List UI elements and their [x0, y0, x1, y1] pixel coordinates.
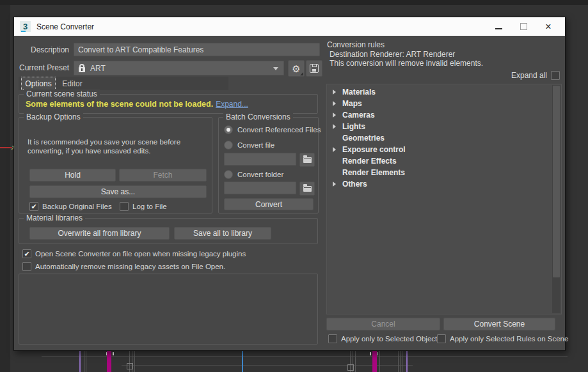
- preset-dropdown[interactable]: ART: [74, 61, 284, 75]
- radio-convert-folder[interactable]: Convert folder: [224, 170, 283, 179]
- tree-item-render-effects[interactable]: Render Effects: [327, 155, 561, 167]
- auto-remove-legacy-checkbox[interactable]: ✔ Automatically remove missing legacy as…: [22, 262, 225, 271]
- app-logo-icon: 3: [20, 21, 31, 32]
- conversion-note-text: This conversion will remove invalid elem…: [330, 59, 483, 68]
- titlebar[interactable]: 3 Scene Converter ×: [14, 17, 565, 36]
- description-input[interactable]: [74, 43, 320, 56]
- material-libraries-group: Material libraries Overwrite all from li…: [19, 218, 318, 244]
- backup-options-group: Backup Options It is recommended you sav…: [19, 117, 212, 213]
- checkbox[interactable]: ✔: [22, 249, 31, 258]
- scrollbar-thumb[interactable]: [553, 86, 560, 277]
- expand-all-checkbox[interactable]: ✔: [551, 71, 560, 80]
- convert-file-input[interactable]: [224, 153, 296, 166]
- hold-button[interactable]: Hold: [29, 169, 116, 182]
- track-curve-magenta: [372, 351, 377, 372]
- track-tick: [113, 352, 114, 355]
- radio-convert-file[interactable]: Convert file: [224, 141, 274, 150]
- expand-all-control[interactable]: Expand all ✔: [511, 71, 560, 80]
- log-to-file-checkbox[interactable]: ✔ Log to File: [120, 202, 167, 211]
- gear-icon: ⚙: [292, 64, 300, 74]
- trackbar-hline: [42, 356, 568, 357]
- browse-folder-button[interactable]: [299, 182, 315, 196]
- scene-status-title: Current scene status: [24, 89, 100, 98]
- destination-renderer-text: Destination Renderer: ART Renderer: [330, 50, 455, 59]
- convert-scene-button[interactable]: Convert Scene: [443, 318, 555, 330]
- expand-arrow-icon[interactable]: [333, 124, 336, 129]
- track-keyframe-dot: [127, 363, 133, 369]
- backup-original-files-checkbox[interactable]: ✔ Backup Original Files: [29, 202, 112, 211]
- folder-icon: [303, 186, 312, 192]
- maximize-button[interactable]: [520, 23, 527, 31]
- expand-arrow-icon[interactable]: [333, 112, 336, 118]
- track-line: [84, 351, 84, 372]
- tree-item-others[interactable]: Others: [327, 178, 561, 190]
- close-icon: ×: [545, 23, 551, 31]
- open-scene-converter-checkbox[interactable]: ✔ Open Scene Converter on file open when…: [22, 249, 246, 258]
- apply-selected-rules-checkbox[interactable]: ✔ Apply only Selected Rules on Scene: [437, 334, 568, 343]
- checkbox[interactable]: ✔: [22, 262, 31, 271]
- radio-icon[interactable]: [224, 170, 233, 179]
- trackbar-hline: [122, 365, 413, 366]
- window-controls: ×: [495, 23, 565, 31]
- radio-icon[interactable]: [224, 141, 233, 150]
- tab-options[interactable]: Options: [21, 77, 56, 90]
- checkbox[interactable]: ✔: [120, 202, 129, 211]
- tree-item-maps[interactable]: Maps: [327, 98, 561, 109]
- track-line: [355, 351, 356, 372]
- folder-icon: [303, 157, 312, 163]
- description-label: Description: [17, 45, 69, 54]
- batch-conversions-group: Batch Conversions Convert Referenced Fil…: [218, 117, 319, 213]
- save-preset-button[interactable]: [306, 60, 322, 77]
- track-line: [402, 351, 402, 372]
- save-as-button[interactable]: Save as...: [29, 185, 207, 198]
- expand-link[interactable]: Expand...: [216, 100, 248, 109]
- dialog-content: Description Current Preset ART ⚙ Options…: [14, 36, 565, 350]
- tab-editor[interactable]: Editor: [56, 77, 88, 90]
- expand-arrow-icon[interactable]: [333, 147, 336, 152]
- convert-button[interactable]: Convert: [224, 198, 314, 210]
- check-icon: ✔: [24, 251, 29, 257]
- chevron-down-icon: [273, 67, 278, 70]
- expand-arrow-icon[interactable]: [333, 89, 336, 95]
- tree-item-materials[interactable]: Materials: [327, 86, 561, 98]
- cancel-button[interactable]: Cancel: [326, 318, 440, 330]
- checkbox[interactable]: ✔: [437, 334, 446, 343]
- track-line-purple: [79, 351, 81, 372]
- close-button[interactable]: ×: [544, 23, 552, 31]
- material-libraries-title: Material libraries: [24, 213, 85, 222]
- track-line-purple: [406, 351, 408, 372]
- convert-folder-input[interactable]: [224, 182, 296, 194]
- tree-item-lights[interactable]: Lights: [327, 121, 561, 132]
- radio-convert-referenced-files[interactable]: Convert Referenced Files: [224, 125, 321, 134]
- fetch-button[interactable]: Fetch: [119, 169, 207, 182]
- expand-arrow-icon[interactable]: [333, 101, 336, 106]
- overwrite-all-button[interactable]: Overwrite all from library: [29, 227, 170, 240]
- conversion-rules-heading: Conversion rules: [327, 40, 385, 49]
- expand-all-label: Expand all: [511, 71, 547, 80]
- tree-item-cameras[interactable]: Cameras: [327, 109, 561, 121]
- expand-arrow-icon[interactable]: [333, 182, 336, 187]
- checkbox[interactable]: ✔: [328, 334, 337, 343]
- tree-item-exposure-control[interactable]: Exposure control: [327, 144, 561, 155]
- minimize-button[interactable]: [495, 23, 502, 31]
- track-line-blue: [242, 351, 243, 372]
- preset-settings-button[interactable]: ⚙: [288, 60, 305, 77]
- tree-scrollbar[interactable]: [552, 85, 560, 313]
- scene-status-group: Current scene status Some elements of th…: [19, 94, 318, 114]
- track-line: [400, 351, 401, 372]
- axis-gizmo-line: [0, 147, 12, 148]
- apply-selected-objects-checkbox[interactable]: ✔ Apply only to Selected Objects: [328, 334, 441, 343]
- tree-item-geometries[interactable]: Geometries: [327, 132, 561, 144]
- check-icon: ✔: [31, 203, 36, 210]
- flyout-corner-icon: [300, 72, 303, 75]
- track-line: [134, 351, 135, 372]
- lock-icon: [79, 67, 85, 72]
- checkbox[interactable]: ✔: [29, 202, 38, 211]
- current-preset-label: Current Preset: [17, 63, 69, 72]
- tree-item-render-elements[interactable]: Render Elements: [327, 167, 561, 178]
- radio-icon[interactable]: [224, 125, 233, 134]
- track-line: [398, 351, 399, 372]
- scene-status-warning: Some elements of the scene could not be …: [26, 100, 213, 109]
- browse-file-button[interactable]: [299, 153, 315, 167]
- save-all-to-library-button[interactable]: Save all to library: [174, 227, 271, 240]
